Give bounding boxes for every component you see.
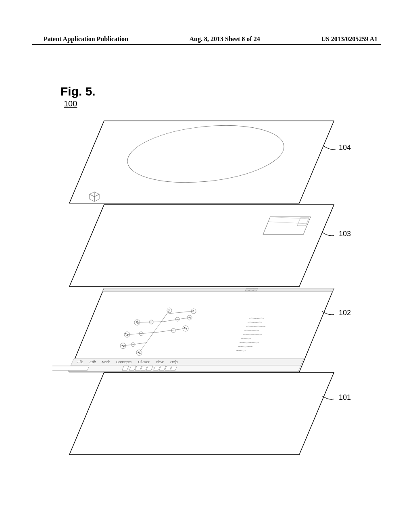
svg-point-31	[184, 327, 185, 328]
svg-marker-7	[68, 365, 301, 372]
menu-cluster: Cluster	[138, 360, 150, 364]
list-panel	[236, 318, 265, 351]
svg-point-47	[140, 353, 140, 354]
ref-104: 104	[339, 143, 351, 152]
svg-point-28	[127, 335, 128, 335]
svg-point-29	[127, 335, 127, 336]
menu-concepts: Concepts	[116, 360, 132, 364]
menu-help: Help	[170, 360, 178, 364]
layer-102: File Edit Mark Concepts Cluster View Hel…	[52, 288, 334, 372]
svg-line-58	[268, 222, 307, 224]
svg-point-44	[123, 346, 124, 347]
svg-point-27	[125, 333, 126, 334]
svg-point-41	[193, 310, 194, 311]
cluster-graphic	[120, 308, 196, 355]
ref-103: 103	[339, 230, 351, 238]
svg-point-46	[138, 352, 139, 353]
svg-marker-0	[69, 372, 334, 455]
svg-point-35	[138, 323, 138, 324]
header-patent-number: US 2013/0205259 A1	[321, 35, 378, 43]
toolbar	[52, 365, 301, 372]
header-rule	[32, 44, 381, 45]
layer-103	[69, 205, 334, 287]
svg-point-39	[190, 318, 191, 318]
exploded-layers-diagram: File Edit Mark Concepts Cluster View Hel…	[52, 109, 363, 459]
compass-cube-icon	[90, 192, 99, 202]
svg-point-61	[125, 118, 287, 189]
svg-marker-60	[69, 121, 334, 203]
svg-point-36	[137, 321, 138, 322]
svg-rect-16	[52, 366, 89, 370]
layer-101	[69, 372, 334, 455]
layer-104	[69, 118, 334, 203]
window-controls	[245, 289, 258, 291]
svg-line-57	[270, 217, 309, 219]
menu-view: View	[156, 360, 164, 364]
figure-number: 100	[64, 99, 96, 108]
svg-point-51	[171, 328, 175, 332]
svg-point-43	[122, 345, 123, 346]
svg-marker-2	[102, 288, 334, 292]
menu-file: File	[77, 360, 83, 364]
svg-point-38	[189, 317, 190, 318]
header-date-sheet: Aug. 8, 2013 Sheet 8 of 24	[190, 35, 260, 43]
menu-edit: Edit	[90, 360, 96, 364]
header-publication: Patent Application Publication	[44, 35, 128, 43]
hud-panel	[263, 217, 311, 235]
ref-102: 102	[339, 309, 351, 317]
menubar: File Edit Mark Concepts Cluster View Hel…	[71, 359, 304, 365]
svg-marker-64	[94, 194, 99, 202]
svg-point-49	[169, 310, 169, 310]
figure-label: Fig. 5.	[60, 85, 96, 98]
menu-mark: Mark	[102, 360, 110, 364]
svg-point-34	[136, 322, 137, 322]
ref-101: 101	[339, 393, 351, 402]
svg-point-32	[186, 328, 187, 329]
svg-marker-63	[90, 194, 94, 202]
